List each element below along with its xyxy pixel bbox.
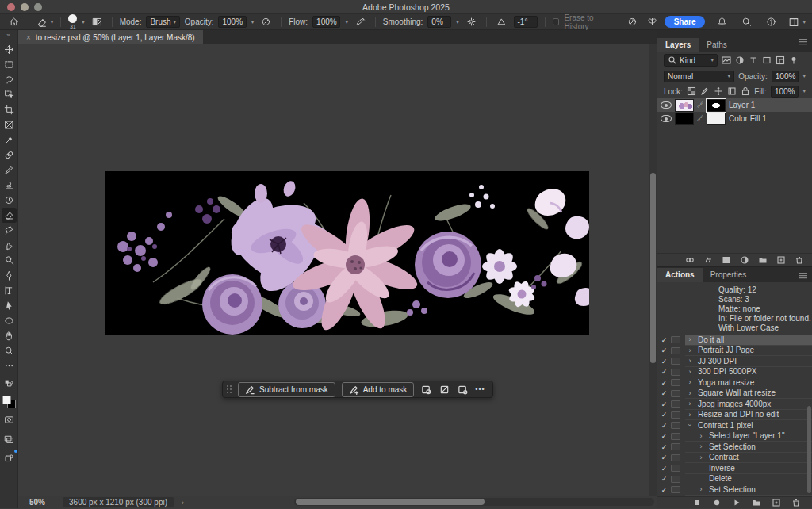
search-icon[interactable] <box>739 14 754 29</box>
action-check-icon[interactable]: ✓ <box>657 389 671 397</box>
dialog-toggle-box[interactable] <box>671 443 680 450</box>
frame-tool[interactable] <box>2 117 17 132</box>
eyedropper-tool[interactable] <box>2 132 17 147</box>
status-chevron-icon[interactable]: › <box>182 499 184 507</box>
action-item[interactable]: ✓ ›JJ 300 DPI <box>657 356 812 367</box>
contextual-task-bar[interactable]: Subtract from mask Add to mask <box>222 381 493 398</box>
action-item[interactable]: ✓ ›Portrait JJ Page <box>657 346 812 357</box>
action-item-expanded[interactable]: ✓ ›Contract 1 pixel <box>657 420 812 431</box>
dialog-toggle-box[interactable] <box>671 336 680 343</box>
blend-mode-select[interactable]: Normal▾ <box>664 71 734 82</box>
layer-mask-link-icon[interactable]: 🔗︎ <box>697 115 703 122</box>
expand-chevron-icon[interactable]: › <box>696 442 706 450</box>
layer-mask-thumbnail[interactable] <box>707 99 726 112</box>
marquee-tool[interactable] <box>2 57 17 72</box>
layer-visibility-eye-icon[interactable] <box>661 101 672 109</box>
layer-visibility-eye-icon[interactable] <box>661 115 672 122</box>
foreground-background-swatches[interactable] <box>2 396 16 408</box>
expand-chevron-icon[interactable]: › <box>696 454 706 461</box>
panel-menu-icon[interactable] <box>799 39 807 44</box>
filter-shape-layers-icon[interactable] <box>762 55 772 65</box>
expand-chevron-icon[interactable]: › <box>685 368 695 376</box>
layer-opacity-dropdown[interactable]: ▾ <box>802 73 806 79</box>
panel-menu-icon[interactable] <box>799 273 807 278</box>
dialog-toggle-box[interactable] <box>671 465 680 472</box>
zoom-tool[interactable] <box>2 343 17 358</box>
dialog-toggle-box[interactable] <box>671 411 680 419</box>
vertical-scrollbar-thumb[interactable] <box>650 173 656 363</box>
add-layer-mask-icon[interactable] <box>722 255 731 265</box>
action-check-icon[interactable]: ✓ <box>657 336 671 344</box>
document-artwork[interactable] <box>105 171 589 335</box>
pen-tool[interactable] <box>2 268 17 283</box>
erase-to-history-checkbox[interactable] <box>553 18 560 25</box>
layer-row-color-fill-1[interactable]: 🔗︎ Color Fill 1 <box>657 112 812 125</box>
hand-tool[interactable] <box>2 328 17 343</box>
play-action-icon[interactable] <box>732 498 741 507</box>
dialog-toggle-box[interactable] <box>671 422 680 429</box>
action-check-icon[interactable]: ✓ <box>657 454 671 461</box>
tab-actions[interactable]: Actions <box>657 268 703 282</box>
dialog-toggle-box[interactable] <box>671 379 680 386</box>
dialog-toggle-box[interactable] <box>671 433 680 440</box>
fill-layer-mask-thumbnail[interactable] <box>707 113 726 125</box>
expand-chevron-icon[interactable]: › <box>685 411 695 419</box>
flow-field[interactable]: 100% <box>312 16 340 28</box>
subtract-from-mask-button[interactable]: Subtract from mask <box>238 382 335 397</box>
action-step[interactable]: ✓ ›Contract <box>657 453 812 464</box>
action-check-icon[interactable]: ✓ <box>657 432 671 440</box>
add-to-mask-button[interactable]: Add to mask <box>342 382 415 397</box>
action-item[interactable]: ✓ ›300 DPI 5000PX <box>657 367 812 378</box>
action-check-icon[interactable]: ✓ <box>657 486 671 494</box>
expand-chevron-icon[interactable]: › <box>685 378 695 386</box>
action-check-icon[interactable]: ✓ <box>657 465 671 473</box>
action-step[interactable]: ✓ Inverse <box>657 463 812 474</box>
opacity-dropdown[interactable]: ▾ <box>251 19 255 25</box>
lock-artboard-icon[interactable] <box>727 86 737 96</box>
action-check-icon[interactable]: ✓ <box>657 443 671 451</box>
crop-tool[interactable] <box>2 102 17 117</box>
object-selection-tool[interactable] <box>2 87 17 102</box>
tab-properties[interactable]: Properties <box>703 268 755 282</box>
action-check-icon[interactable]: ✓ <box>657 411 671 419</box>
dialog-toggle-box[interactable] <box>671 390 680 397</box>
foreground-color-swatch[interactable] <box>2 396 11 404</box>
new-adjustment-layer-icon[interactable] <box>740 255 749 265</box>
smoothing-dropdown[interactable]: ▾ <box>456 19 459 25</box>
filter-smart-objects-icon[interactable] <box>776 55 785 65</box>
expand-chevron-icon[interactable]: › <box>696 432 706 440</box>
expand-chevron-icon[interactable]: › <box>696 485 706 493</box>
help-icon[interactable] <box>764 14 779 29</box>
symmetry-butterfly-icon[interactable] <box>645 14 660 29</box>
airbrush-icon[interactable] <box>353 14 368 29</box>
document-tab[interactable]: × to resize.psd @ 50% (Layer 1, Layer Ma… <box>18 30 203 44</box>
horizontal-scrollbar-thumb[interactable] <box>296 499 485 505</box>
mode-select[interactable]: Brush▾ <box>146 16 179 28</box>
dialog-toggle-box[interactable] <box>671 476 680 483</box>
type-tool[interactable] <box>2 283 17 298</box>
notifications-bell-icon[interactable] <box>714 14 730 29</box>
filter-kind-select[interactable]: Kind ▾ <box>664 54 718 67</box>
expand-chevron-icon[interactable]: › <box>685 346 695 354</box>
smudge-tool[interactable] <box>2 238 17 253</box>
new-action-icon[interactable] <box>772 498 781 507</box>
lock-transparency-icon[interactable] <box>687 86 696 96</box>
lock-pixels-icon[interactable] <box>700 86 710 96</box>
action-item[interactable]: ✓ ›Jpeg images 4000px <box>657 399 812 410</box>
action-item[interactable]: ✓ ›Resize and DPI no edit <box>657 410 812 421</box>
share-document-icon[interactable] <box>2 450 17 465</box>
toggle-brush-panel-button[interactable] <box>90 14 105 29</box>
path-selection-tool[interactable] <box>2 298 17 313</box>
action-check-icon[interactable]: ✓ <box>657 368 671 376</box>
action-check-icon[interactable]: ✓ <box>657 346 671 354</box>
mask-options-icon[interactable] <box>457 384 469 396</box>
stop-recording-icon[interactable] <box>692 498 702 507</box>
new-set-folder-icon[interactable] <box>752 498 761 507</box>
layer-name[interactable]: Layer 1 <box>729 101 755 109</box>
new-group-folder-icon[interactable] <box>758 255 768 265</box>
expand-chevron-icon[interactable]: › <box>685 400 695 408</box>
angle-field[interactable]: -1° <box>514 16 538 28</box>
layer-mask-link-icon[interactable]: 🔗︎ <box>697 101 703 109</box>
disable-mask-icon[interactable] <box>439 384 450 396</box>
dialog-toggle-box[interactable] <box>671 347 680 354</box>
